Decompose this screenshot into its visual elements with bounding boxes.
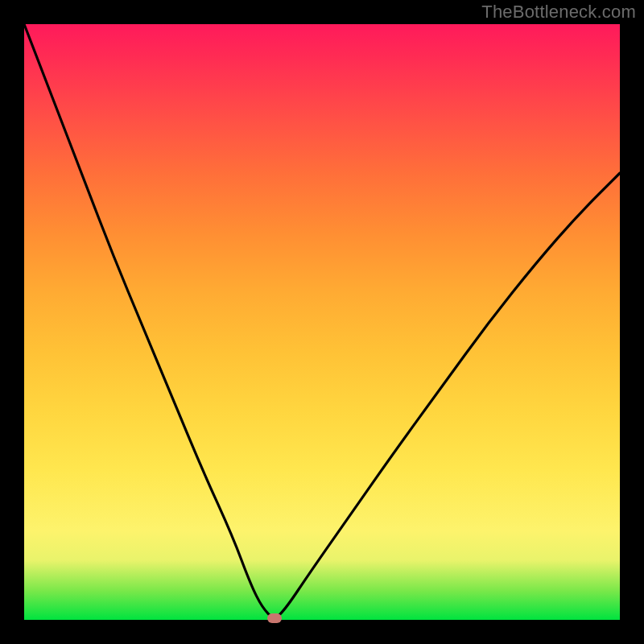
chart-frame: TheBottleneck.com — [0, 0, 644, 644]
watermark-text: TheBottleneck.com — [481, 2, 636, 23]
plot-area — [24, 24, 620, 620]
bottleneck-curve — [24, 24, 620, 620]
bottleneck-point-marker — [267, 613, 282, 623]
